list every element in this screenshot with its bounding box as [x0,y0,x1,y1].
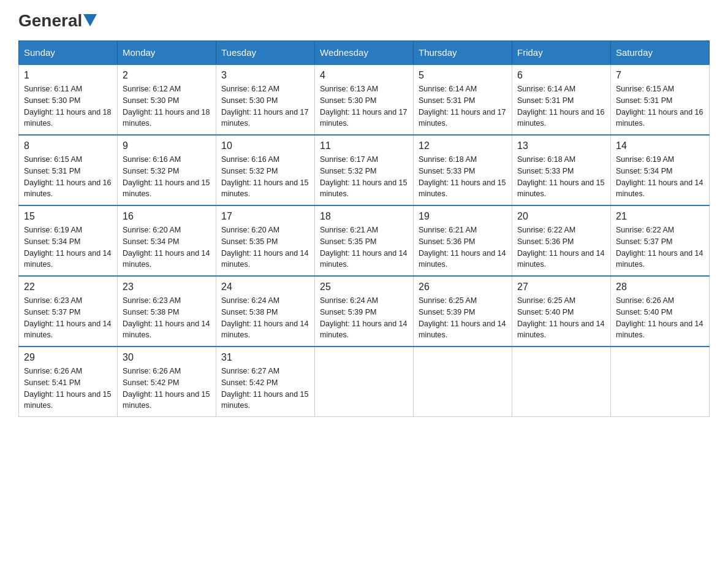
day-info: Sunrise: 6:20 AM Sunset: 5:34 PM Dayligh… [123,224,211,270]
calendar-cell: 6 Sunrise: 6:14 AM Sunset: 5:31 PM Dayli… [512,64,611,135]
svg-marker-0 [83,14,97,26]
calendar-cell: 15 Sunrise: 6:19 AM Sunset: 5:34 PM Dayl… [19,205,118,276]
day-number: 9 [123,140,211,151]
weekday-header-tuesday: Tuesday [216,41,315,65]
calendar-cell: 30 Sunrise: 6:26 AM Sunset: 5:42 PM Dayl… [118,347,216,417]
day-info: Sunrise: 6:13 AM Sunset: 5:30 PM Dayligh… [320,83,408,129]
day-number: 19 [419,211,507,222]
calendar-cell [315,347,414,417]
day-number: 31 [221,352,309,363]
day-number: 7 [616,70,704,81]
weekday-header-monday: Monday [118,41,216,65]
day-info: Sunrise: 6:16 AM Sunset: 5:32 PM Dayligh… [221,154,309,200]
day-number: 3 [221,70,309,81]
day-info: Sunrise: 6:18 AM Sunset: 5:33 PM Dayligh… [517,154,605,200]
day-info: Sunrise: 6:27 AM Sunset: 5:42 PM Dayligh… [221,366,309,412]
day-number: 28 [616,282,704,293]
day-number: 8 [24,140,112,151]
day-number: 13 [517,140,605,151]
calendar-cell [414,347,512,417]
calendar-week-row: 1 Sunrise: 6:11 AM Sunset: 5:30 PM Dayli… [19,64,710,135]
day-number: 22 [24,282,112,293]
calendar-cell: 10 Sunrise: 6:16 AM Sunset: 5:32 PM Dayl… [216,135,315,205]
calendar-week-row: 15 Sunrise: 6:19 AM Sunset: 5:34 PM Dayl… [19,205,710,276]
day-info: Sunrise: 6:25 AM Sunset: 5:40 PM Dayligh… [517,295,605,341]
day-number: 1 [24,70,112,81]
weekday-header-saturday: Saturday [611,41,710,65]
calendar-cell: 4 Sunrise: 6:13 AM Sunset: 5:30 PM Dayli… [315,64,414,135]
day-number: 25 [320,282,408,293]
calendar-cell: 25 Sunrise: 6:24 AM Sunset: 5:39 PM Dayl… [315,276,414,347]
weekday-header-row: SundayMondayTuesdayWednesdayThursdayFrid… [19,41,710,65]
calendar-cell: 24 Sunrise: 6:24 AM Sunset: 5:38 PM Dayl… [216,276,315,347]
calendar-week-row: 29 Sunrise: 6:26 AM Sunset: 5:41 PM Dayl… [19,347,710,417]
day-info: Sunrise: 6:18 AM Sunset: 5:33 PM Dayligh… [419,154,507,200]
day-number: 12 [419,140,507,151]
calendar-cell [512,347,611,417]
day-number: 4 [320,70,408,81]
day-info: Sunrise: 6:12 AM Sunset: 5:30 PM Dayligh… [221,83,309,129]
day-info: Sunrise: 6:12 AM Sunset: 5:30 PM Dayligh… [123,83,211,129]
calendar-week-row: 8 Sunrise: 6:15 AM Sunset: 5:31 PM Dayli… [19,135,710,205]
day-number: 10 [221,140,309,151]
day-number: 23 [123,282,211,293]
day-number: 14 [616,140,704,151]
calendar-cell: 21 Sunrise: 6:22 AM Sunset: 5:37 PM Dayl… [611,205,710,276]
calendar-cell: 13 Sunrise: 6:18 AM Sunset: 5:33 PM Dayl… [512,135,611,205]
calendar-cell: 1 Sunrise: 6:11 AM Sunset: 5:30 PM Dayli… [19,64,118,135]
day-number: 29 [24,352,112,363]
day-info: Sunrise: 6:24 AM Sunset: 5:39 PM Dayligh… [320,295,408,341]
calendar-cell: 7 Sunrise: 6:15 AM Sunset: 5:31 PM Dayli… [611,64,710,135]
page-header: General [18,12,710,28]
logo-triangle-icon [83,14,97,26]
day-info: Sunrise: 6:19 AM Sunset: 5:34 PM Dayligh… [24,224,112,270]
day-number: 11 [320,140,408,151]
calendar-week-row: 22 Sunrise: 6:23 AM Sunset: 5:37 PM Dayl… [19,276,710,347]
calendar-cell: 31 Sunrise: 6:27 AM Sunset: 5:42 PM Dayl… [216,347,315,417]
day-info: Sunrise: 6:16 AM Sunset: 5:32 PM Dayligh… [123,154,211,200]
weekday-header-thursday: Thursday [414,41,512,65]
logo-general: General [18,12,82,29]
day-number: 5 [419,70,507,81]
day-info: Sunrise: 6:11 AM Sunset: 5:30 PM Dayligh… [24,83,112,129]
day-info: Sunrise: 6:24 AM Sunset: 5:38 PM Dayligh… [221,295,309,341]
calendar-cell: 16 Sunrise: 6:20 AM Sunset: 5:34 PM Dayl… [118,205,216,276]
day-info: Sunrise: 6:21 AM Sunset: 5:36 PM Dayligh… [419,224,507,270]
calendar-cell: 17 Sunrise: 6:20 AM Sunset: 5:35 PM Dayl… [216,205,315,276]
calendar-cell: 14 Sunrise: 6:19 AM Sunset: 5:34 PM Dayl… [611,135,710,205]
day-number: 6 [517,70,605,81]
calendar-cell: 19 Sunrise: 6:21 AM Sunset: 5:36 PM Dayl… [414,205,512,276]
calendar-cell: 28 Sunrise: 6:26 AM Sunset: 5:40 PM Dayl… [611,276,710,347]
day-number: 24 [221,282,309,293]
day-info: Sunrise: 6:22 AM Sunset: 5:36 PM Dayligh… [517,224,605,270]
calendar-cell [611,347,710,417]
calendar-cell: 18 Sunrise: 6:21 AM Sunset: 5:35 PM Dayl… [315,205,414,276]
calendar-cell: 8 Sunrise: 6:15 AM Sunset: 5:31 PM Dayli… [19,135,118,205]
day-info: Sunrise: 6:26 AM Sunset: 5:42 PM Dayligh… [123,366,211,412]
day-number: 18 [320,211,408,222]
day-info: Sunrise: 6:14 AM Sunset: 5:31 PM Dayligh… [419,83,507,129]
calendar-cell: 27 Sunrise: 6:25 AM Sunset: 5:40 PM Dayl… [512,276,611,347]
logo: General [18,12,97,28]
day-info: Sunrise: 6:22 AM Sunset: 5:37 PM Dayligh… [616,224,704,270]
calendar-cell: 20 Sunrise: 6:22 AM Sunset: 5:36 PM Dayl… [512,205,611,276]
calendar-table: SundayMondayTuesdayWednesdayThursdayFrid… [18,40,710,417]
calendar-cell: 29 Sunrise: 6:26 AM Sunset: 5:41 PM Dayl… [19,347,118,417]
calendar-cell: 9 Sunrise: 6:16 AM Sunset: 5:32 PM Dayli… [118,135,216,205]
day-info: Sunrise: 6:25 AM Sunset: 5:39 PM Dayligh… [419,295,507,341]
day-info: Sunrise: 6:23 AM Sunset: 5:37 PM Dayligh… [24,295,112,341]
calendar-cell: 23 Sunrise: 6:23 AM Sunset: 5:38 PM Dayl… [118,276,216,347]
day-info: Sunrise: 6:17 AM Sunset: 5:32 PM Dayligh… [320,154,408,200]
day-info: Sunrise: 6:14 AM Sunset: 5:31 PM Dayligh… [517,83,605,129]
calendar-cell: 11 Sunrise: 6:17 AM Sunset: 5:32 PM Dayl… [315,135,414,205]
weekday-header-sunday: Sunday [19,41,118,65]
weekday-header-friday: Friday [512,41,611,65]
day-info: Sunrise: 6:21 AM Sunset: 5:35 PM Dayligh… [320,224,408,270]
day-number: 17 [221,211,309,222]
day-number: 30 [123,352,211,363]
calendar-cell: 2 Sunrise: 6:12 AM Sunset: 5:30 PM Dayli… [118,64,216,135]
day-info: Sunrise: 6:19 AM Sunset: 5:34 PM Dayligh… [616,154,704,200]
day-number: 15 [24,211,112,222]
day-number: 16 [123,211,211,222]
weekday-header-wednesday: Wednesday [315,41,414,65]
